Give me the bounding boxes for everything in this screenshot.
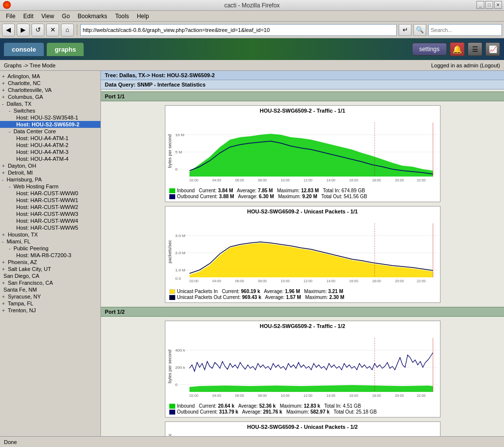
sidebar-item-atm4[interactable]: Host: HOU-A4-ATM-4 xyxy=(0,155,100,162)
outbound-12-swatch xyxy=(169,410,175,415)
inbound-swatch xyxy=(169,188,175,193)
svg-text:02:00: 02:00 xyxy=(189,179,198,182)
home-button[interactable]: ⌂ xyxy=(61,24,74,36)
expand-icon: + xyxy=(2,232,5,238)
svg-text:22:00: 22:00 xyxy=(416,279,425,283)
svg-text:200 k: 200 k xyxy=(175,365,186,370)
sidebar-item-switches[interactable]: - Switches xyxy=(0,107,100,114)
sidebar-item-datacenter[interactable]: - Data Center Core xyxy=(0,128,100,135)
tab-console[interactable]: console xyxy=(4,43,44,56)
search-input[interactable] xyxy=(428,24,502,36)
sidebar-item-santafe[interactable]: Santa Fe, NM xyxy=(0,286,100,293)
settings-button[interactable]: settings xyxy=(412,43,447,56)
address-bar[interactable] xyxy=(80,24,397,36)
reload-button[interactable]: ↺ xyxy=(32,24,44,36)
sidebar-item-detroit[interactable]: + Detroit, MI xyxy=(0,169,100,176)
sidebar-item-miami[interactable]: - Miami, FL xyxy=(0,238,100,245)
maximize-button[interactable]: □ xyxy=(485,1,493,9)
sidebar-item-www2[interactable]: Host: HAR-CUST-WWW2 xyxy=(0,204,100,210)
go-button[interactable]: ↵ xyxy=(399,24,411,36)
sidebar-item-www4[interactable]: Host: HAR-CUST-WWW4 xyxy=(0,217,100,224)
graph-traffic-11-legend: Inbound Current: 3.84 M Average: 7.85 M … xyxy=(165,186,440,202)
sidebar-item-charlottesville[interactable]: + Charlottesville, VA xyxy=(0,87,100,93)
sidebar-item-harrisburg[interactable]: - Harrisburg, PA xyxy=(0,176,100,183)
sidebar-item-sandiego[interactable]: San Diego, CA xyxy=(0,272,100,279)
svg-text:22:00: 22:00 xyxy=(416,394,425,398)
sidebar-item-www5[interactable]: Host: HAR-CUST-WWW5 xyxy=(0,224,100,231)
sidebar-item-atm3[interactable]: Host: HOU-A4-ATM-3 xyxy=(0,149,100,155)
menu-file[interactable]: File xyxy=(2,12,19,21)
tree-info-bar: Tree: Dallas, TX-> Host: HOU-S2-SW6509-2 xyxy=(101,71,504,80)
menu-tools[interactable]: Tools xyxy=(111,12,133,21)
port12-label: Port 1/2 xyxy=(105,309,125,315)
menubar: File Edit View Go Bookmarks Tools Help xyxy=(0,11,504,22)
collapse-icon: - xyxy=(9,108,10,114)
forward-button[interactable]: ▶ xyxy=(17,24,30,36)
sidebar-item-sw3548[interactable]: Host: HOU-S2-SW3548-1 xyxy=(0,114,100,121)
sidebar-item-sw6509[interactable]: Host: HOU-S2-SW6509-2 xyxy=(0,121,100,128)
graph-traffic-11-ylabel: bytes per second xyxy=(165,132,174,170)
svg-text:16:00: 16:00 xyxy=(349,394,358,398)
chart-icon-button[interactable]: 📈 xyxy=(485,42,500,56)
graph-traffic-12-title: HOU-S2-SWG6509-2 - Traffic - 1/2 xyxy=(165,321,440,331)
sidebar-item-publicpeering[interactable]: - Public Peering xyxy=(0,245,100,252)
alert-icon-button[interactable]: 🔔 xyxy=(450,42,465,56)
menu-bookmarks[interactable]: Bookmarks xyxy=(74,12,111,21)
svg-text:06:00: 06:00 xyxy=(235,394,244,398)
menu-help[interactable]: Help xyxy=(133,12,153,21)
graph-traffic-12: HOU-S2-SWG6509-2 - Traffic - 1/2 bytes p… xyxy=(165,321,441,417)
sidebar-item-saltlake[interactable]: + Salt Lake City, UT xyxy=(0,266,100,272)
sidebar-item-www3[interactable]: Host: HAR-CUST-WWW3 xyxy=(0,210,100,217)
stop-button[interactable]: ✕ xyxy=(46,24,59,36)
sidebar-item-dayton[interactable]: + Dayton, OH xyxy=(0,162,100,169)
collapse-icon: - xyxy=(2,239,3,244)
breadcrumb-bar: Graphs -> Tree Mode Logged in as admin (… xyxy=(0,60,504,71)
outbound-label: Outbound Current: 3.88 M Average: 6.30 M… xyxy=(177,194,368,199)
sidebar-item-tampa[interactable]: + Tampa, FL xyxy=(0,300,100,307)
tab-graphs[interactable]: graphs xyxy=(47,43,84,56)
sidebar-item-charlotte[interactable]: + Charlotte, NC xyxy=(0,80,100,87)
sidebar-item-syracuse[interactable]: + Syracuse, NY xyxy=(0,293,100,300)
sidebar-item-www0[interactable]: Host: HAR-CUST-WWW0 xyxy=(0,190,100,197)
sidebar-item-atm1[interactable]: Host: HOU-A4-ATM-1 xyxy=(0,135,100,142)
minimize-button[interactable]: _ xyxy=(476,1,484,9)
svg-text:08:00: 08:00 xyxy=(258,279,267,283)
expand-icon: + xyxy=(2,280,5,286)
collapse-icon: - xyxy=(9,129,10,134)
main-layout: + Arlington, MA + Charlotte, NC + Charlo… xyxy=(0,71,504,436)
sidebar-item-www1[interactable]: Host: HAR-CUST-WWW1 xyxy=(0,197,100,204)
back-button[interactable]: ◀ xyxy=(2,24,15,36)
svg-text:04:00: 04:00 xyxy=(212,279,221,283)
query-info-bar: Data Query: SNMP - Interface Statistics xyxy=(101,80,504,89)
svg-text:18:00: 18:00 xyxy=(372,179,381,182)
sidebar-item-c7200[interactable]: Host: MIA-R8-C7200-3 xyxy=(0,252,100,259)
graph-traffic-11: HOU-S2-SWG6509-2 - Traffic - 1/1 bytes p… xyxy=(165,105,441,202)
list-icon-button[interactable]: ☰ xyxy=(468,42,482,56)
menu-edit[interactable]: Edit xyxy=(19,12,37,21)
graph-unicast-12: HOU-S2-SWG6509-2 - Unicast Packets - 1/2… xyxy=(165,421,441,436)
unicast-in-swatch xyxy=(169,289,175,294)
sidebar: + Arlington, MA + Charlotte, NC + Charlo… xyxy=(0,71,101,436)
sidebar-item-trenton[interactable]: + Trenton, NJ xyxy=(0,307,100,314)
sidebar-item-phoenix[interactable]: + Phoenix, AZ xyxy=(0,259,100,266)
graph-traffic-12-ylabel: bytes per second xyxy=(165,348,174,386)
search-icon-btn[interactable]: 🔍 xyxy=(413,24,426,36)
sidebar-item-webhostingfarm[interactable]: - Web Hosting Farm xyxy=(0,183,100,190)
sidebar-item-columbus[interactable]: + Columbus, GA xyxy=(0,93,100,100)
svg-text:10:00: 10:00 xyxy=(281,179,289,182)
close-button[interactable]: ✕ xyxy=(494,1,502,9)
sidebar-item-houston[interactable]: + Houston, TX xyxy=(0,231,100,238)
sidebar-item-atm2[interactable]: Host: HOU-A4-ATM-2 xyxy=(0,142,100,149)
svg-text:2.0 M: 2.0 M xyxy=(175,251,186,255)
graph-traffic-11-title: HOU-S2-SWG6509-2 - Traffic - 1/1 xyxy=(165,106,440,116)
collapse-icon: - xyxy=(2,101,3,107)
sidebar-item-arlington[interactable]: + Arlington, MA xyxy=(0,73,100,80)
tree-label: Tree: xyxy=(105,72,118,78)
port12-section-bar: Port 1/2 xyxy=(101,307,504,317)
sidebar-item-dallas[interactable]: - Dallas, TX xyxy=(0,100,100,107)
sidebar-item-sanfrancisco[interactable]: + San Francisco, CA xyxy=(0,279,100,286)
graph-traffic-11-svg: 10 M 5 M 0 02:00 04:00 06:00 08:00 10:00 xyxy=(174,118,438,186)
status-text: Done xyxy=(4,439,17,445)
menu-view[interactable]: View xyxy=(37,12,58,21)
menu-go[interactable]: Go xyxy=(58,12,74,21)
